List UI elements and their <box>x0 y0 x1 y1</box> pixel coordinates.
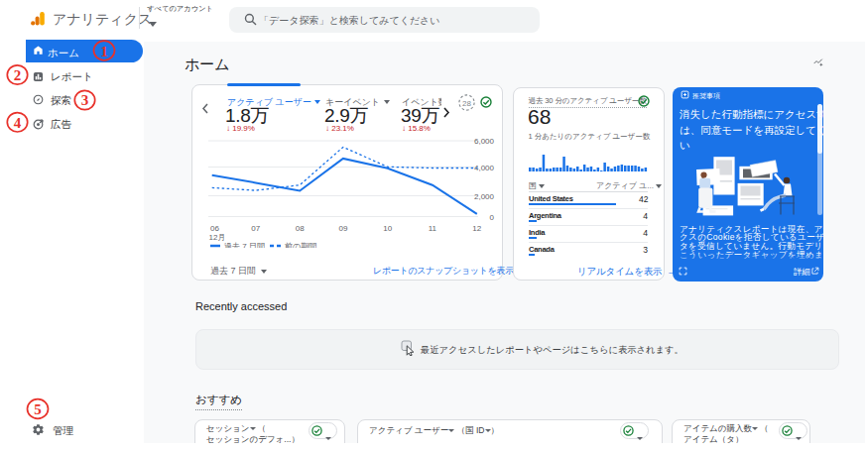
svg-text:4,000: 4,000 <box>474 164 495 172</box>
svg-text:5: 5 <box>34 401 42 417</box>
svg-text:4: 4 <box>14 115 22 131</box>
svg-text:前の期間: 前の期間 <box>285 242 316 248</box>
svg-text:6,000: 6,000 <box>474 137 495 146</box>
svg-text:12月: 12月 <box>209 233 226 242</box>
svg-text:3: 3 <box>81 92 89 108</box>
svg-text:28: 28 <box>462 99 471 108</box>
svg-text:09: 09 <box>338 224 347 233</box>
svg-text:2,000: 2,000 <box>474 192 495 201</box>
svg-text:2: 2 <box>14 67 22 83</box>
svg-text:07: 07 <box>251 224 260 233</box>
svg-text:1: 1 <box>100 44 108 59</box>
svg-text:0: 0 <box>490 213 495 222</box>
svg-text:11: 11 <box>429 224 437 233</box>
svg-text:12: 12 <box>472 224 481 233</box>
svg-text:過去 7 日間: 過去 7 日間 <box>224 242 265 248</box>
svg-text:10: 10 <box>383 224 392 233</box>
svg-text:08: 08 <box>296 224 305 233</box>
